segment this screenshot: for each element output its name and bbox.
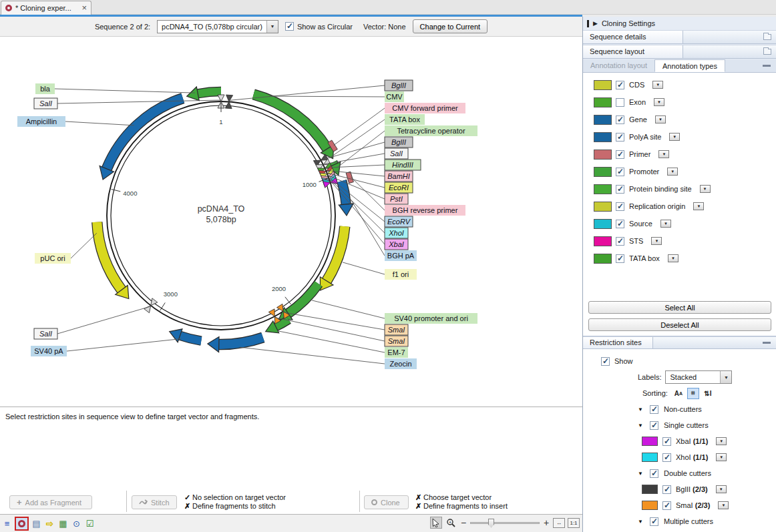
annotation-dropdown-icon[interactable] — [660, 220, 671, 228]
plasmid-label-sali[interactable]: SalI — [34, 98, 221, 109]
chevron-down-icon[interactable]: ▼ — [720, 371, 731, 383]
annotation-type-row-exon[interactable]: Exon — [583, 93, 776, 111]
table-view-icon[interactable]: ▦ — [57, 518, 69, 529]
fit-width-button[interactable]: ↔ — [553, 518, 565, 528]
annotation-checkbox-primer[interactable] — [616, 150, 624, 159]
collapse-arrow-icon[interactable]: ▼ — [638, 407, 644, 413]
deselect-all-button[interactable]: Deselect All — [588, 318, 771, 331]
circular-view-icon[interactable] — [15, 517, 29, 531]
annotation-dropdown-icon[interactable] — [655, 115, 666, 123]
zoom-in-button[interactable]: + — [542, 517, 550, 528]
annotation-dropdown-icon[interactable] — [658, 150, 669, 158]
history-view-icon[interactable]: ⊙ — [71, 518, 82, 529]
sort-frequency-button[interactable]: ⌗ — [687, 388, 699, 399]
group-checkbox-non-cutters[interactable] — [650, 405, 658, 414]
annotation-dropdown-icon[interactable] — [693, 202, 704, 210]
collapse-arrow-icon[interactable]: ▼ — [638, 519, 644, 525]
plasmid-label-sali[interactable]: SalI — [34, 306, 150, 339]
annotation-dropdown-icon[interactable] — [654, 98, 664, 106]
annotation-checkbox-exon[interactable] — [616, 98, 624, 107]
feature-puc-ori[interactable] — [97, 222, 128, 299]
plasmid-label-puc-ori[interactable]: pUC ori — [35, 233, 97, 264]
annotation-type-row-replication-origin[interactable]: Replication origin — [583, 198, 776, 215]
annotation-checkbox-promoter[interactable] — [616, 168, 624, 176]
annotation-type-row-sts[interactable]: STS — [583, 232, 776, 250]
sort-length-button[interactable]: ⇅I — [702, 388, 714, 399]
enzyme-checkbox-xhoi[interactable] — [662, 453, 671, 462]
annotation-checkbox-polya-site[interactable] — [616, 133, 624, 142]
list-view-icon[interactable]: ≡ — [1, 518, 13, 529]
sequence-view-icon[interactable]: ▤ — [31, 518, 42, 529]
enzyme-row-bglii[interactable]: BglII (2/3) — [583, 481, 776, 497]
show-as-circular-checkbox[interactable] — [285, 22, 294, 31]
chevron-down-icon[interactable]: ▼ — [266, 21, 278, 33]
annotation-type-row-gene[interactable]: Gene — [583, 111, 776, 128]
enzyme-row-xhoi[interactable]: XhoI (1/1) — [583, 449, 776, 465]
annotation-dropdown-icon[interactable] — [667, 168, 678, 176]
cutter-group-single-cutters[interactable]: ▼Single cutters — [583, 417, 776, 433]
enzyme-checkbox-xbai[interactable] — [662, 437, 671, 446]
sequence-select[interactable]: pcDNA4_TO (5,078bp circular) ▼ — [157, 20, 278, 33]
tab-annotation-layout[interactable]: Annotation layout — [583, 59, 654, 72]
annotation-dropdown-icon[interactable] — [668, 254, 678, 262]
minimize-section-icon[interactable] — [763, 65, 771, 67]
report-view-icon[interactable]: ☑ — [84, 518, 95, 529]
feature-bgh-pa[interactable] — [339, 181, 353, 216]
cutter-group-non-cutters[interactable]: ▼Non-cutters — [583, 401, 776, 417]
annotation-type-row-primer[interactable]: Primer — [583, 146, 776, 163]
feature-cmv-promoter[interactable] — [254, 94, 334, 158]
feature-f1-ori[interactable] — [320, 226, 345, 290]
add-as-fragment-button[interactable]: + Add as Fragment — [9, 495, 92, 509]
tab-annotation-types[interactable]: Annotation types — [654, 59, 725, 72]
annotation-checkbox-tata-box[interactable] — [616, 254, 624, 263]
collapse-arrow-icon[interactable]: ▼ — [638, 423, 644, 429]
tab-close-icon[interactable]: × — [81, 5, 87, 11]
cutter-group-multiple-cutters[interactable]: ▼Multiple cutters — [583, 513, 776, 529]
feature-bla-promoter[interactable] — [187, 87, 221, 101]
plasmid-label-sv40-promoter-and-ori[interactable]: SV40 promoter and ori — [312, 300, 477, 324]
annotation-checkbox-replication-origin[interactable] — [616, 202, 624, 211]
restriction-sites-header[interactable]: Restriction sites — [583, 336, 776, 349]
feature-zeocin[interactable] — [208, 336, 263, 352]
cutter-group-double-cutters[interactable]: ▼Double cutters — [583, 465, 776, 481]
clone-button[interactable]: Clone — [364, 495, 409, 509]
annotation-dropdown-icon[interactable] — [700, 185, 711, 193]
annotation-checkbox-source[interactable] — [616, 220, 624, 228]
restriction-show-checkbox[interactable] — [601, 357, 610, 366]
minimize-section-icon[interactable] — [763, 342, 771, 344]
sequence-layout-group[interactable]: Sequence layout — [583, 45, 776, 59]
plasmid-label-ampicillin[interactable]: Ampicillin — [17, 116, 134, 127]
annotation-checkbox-gene[interactable] — [616, 115, 624, 124]
feature-ampicillin[interactable] — [100, 98, 183, 180]
sequence-details-group[interactable]: Sequence details — [583, 30, 776, 44]
annotation-type-row-cds[interactable]: CDS — [583, 76, 776, 93]
annotation-type-row-protein-binding-site[interactable]: Protein binding site — [583, 180, 776, 198]
zoom-out-button[interactable]: − — [459, 517, 467, 528]
enzyme-checkbox-bglii[interactable] — [662, 485, 671, 494]
folder-icon[interactable] — [763, 34, 771, 40]
annotation-checkbox-cds[interactable] — [616, 81, 624, 89]
annotation-type-row-tata-box[interactable]: TATA box — [583, 250, 776, 267]
stitch-button[interactable]: Stitch — [132, 495, 177, 509]
enzyme-dropdown-icon[interactable] — [718, 501, 729, 509]
enzyme-row-smai[interactable]: SmaI (2/3) — [583, 497, 776, 513]
group-checkbox-single-cutters[interactable] — [650, 421, 658, 430]
labels-select[interactable]: Stacked ▼ — [665, 370, 732, 384]
select-all-button[interactable]: Select All — [588, 301, 771, 314]
cloning-table-view-icon[interactable]: ⇨ — [44, 518, 55, 529]
annotation-type-row-source[interactable]: Source — [583, 215, 776, 232]
annotation-dropdown-icon[interactable] — [651, 237, 662, 245]
enzyme-row-sali[interactable]: SalI (3/3) — [583, 529, 776, 532]
selection-mode-icon[interactable] — [430, 517, 442, 529]
change-to-current-button[interactable]: Change to Current — [413, 19, 488, 33]
annotation-type-row-polya-site[interactable]: PolyA site — [583, 128, 776, 146]
plasmid-label-cmv[interactable]: CMV — [269, 91, 404, 102]
enzyme-dropdown-icon[interactable] — [716, 437, 727, 445]
annotation-checkbox-sts[interactable] — [616, 237, 624, 246]
group-checkbox-multiple-cutters[interactable] — [650, 517, 658, 526]
annotation-dropdown-icon[interactable] — [669, 133, 680, 141]
feature-sv40-pa[interactable] — [170, 329, 202, 342]
annotation-type-row-promoter[interactable]: Promoter — [583, 163, 776, 180]
enzyme-checkbox-smai[interactable] — [662, 501, 671, 510]
enzyme-dropdown-icon[interactable] — [716, 485, 727, 493]
